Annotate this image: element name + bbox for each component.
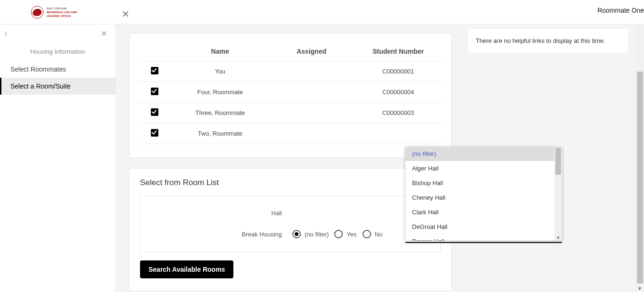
radio-no[interactable] — [363, 230, 371, 238]
row-student-number: C00000001 — [354, 68, 443, 75]
sidebar-item-select-room[interactable]: Select a Room/Suite — [0, 78, 116, 95]
dropdown-option[interactable]: Alger Hall — [405, 161, 562, 176]
sidebar-item-select-roommates[interactable]: Select Roommates — [0, 61, 116, 78]
helpful-links-panel: There are no helpful links to display at… — [468, 28, 629, 53]
col-assigned: Assigned — [269, 48, 354, 55]
radio-no-filter-label: (no filter) — [305, 231, 329, 238]
radio-yes[interactable] — [334, 230, 343, 238]
sidebar-heading: Housing Information — [0, 40, 116, 61]
row-checkbox[interactable] — [151, 129, 158, 137]
dropdown-option[interactable]: Dragon Hall — [405, 234, 562, 241]
scroll-down-icon[interactable]: ▼ — [555, 235, 561, 241]
svg-text:SUNY CORTLAND: SUNY CORTLAND — [47, 7, 67, 10]
svg-text:HOUSING OFFICE: HOUSING OFFICE — [47, 15, 71, 17]
svg-text:RESIDENCE LIFE AND: RESIDENCE LIFE AND — [47, 11, 77, 14]
col-student-number: Student Number — [354, 48, 443, 55]
main: Name Assigned Student Number You C000000… — [116, 24, 636, 292]
roommate-row: Four, Roommate C00000004 — [138, 82, 443, 103]
dropdown-option-no-filter[interactable]: (no filter) — [405, 146, 562, 161]
roommate-row: Three, Roommate C00000003 — [138, 103, 443, 123]
hall-dropdown[interactable]: (no filter) Alger Hall Bishop Hall Chene… — [405, 146, 562, 241]
row-student-number: C00000004 — [354, 89, 443, 96]
sidebar: ‹ ✕ Housing Information Select Roommates… — [0, 24, 116, 292]
break-housing-radio-group: (no filter) Yes No — [292, 230, 387, 238]
hall-select-underline — [405, 242, 562, 243]
radio-no-label: No — [375, 231, 383, 238]
dropdown-option[interactable]: DeGroat Hall — [405, 219, 562, 234]
scroll-thumb[interactable] — [555, 147, 561, 175]
dropdown-option[interactable]: Bishop Hall — [405, 176, 562, 190]
roommate-table-header: Name Assigned Student Number — [138, 42, 443, 61]
username[interactable]: Roommate One — [597, 7, 644, 14]
search-available-rooms-button[interactable]: Search Available Rooms — [140, 260, 233, 278]
logo[interactable]: SUNY CORTLAND RESIDENCE LIFE AND HOUSING… — [0, 4, 116, 21]
roommate-card: Name Assigned Student Number You C000000… — [129, 33, 452, 158]
close-icon[interactable]: ✕ — [122, 8, 130, 20]
break-housing-label: Break Housing — [152, 231, 292, 238]
radio-no-filter[interactable] — [292, 230, 301, 238]
row-name: You — [171, 68, 270, 75]
filter-box: Hall Break Housing (no filter) Yes No — [140, 196, 441, 252]
roommate-row: Two, Roommate — [138, 123, 443, 144]
back-icon[interactable]: ‹ — [5, 27, 7, 39]
col-name: Name — [171, 48, 270, 55]
row-name: Two, Roommate — [171, 130, 270, 137]
hall-label: Hall — [152, 210, 292, 217]
row-name: Three, Roommate — [171, 109, 270, 116]
page-scroll-thumb[interactable] — [637, 72, 643, 284]
row-checkbox[interactable] — [151, 67, 158, 74]
row-name: Four, Roommate — [171, 89, 270, 96]
roommate-row: You C00000001 — [138, 61, 443, 82]
topbar: SUNY CORTLAND RESIDENCE LIFE AND HOUSING… — [0, 0, 644, 24]
sidebar-close-icon[interactable]: ✕ — [101, 29, 107, 38]
roomlist-title: Select from Room List — [130, 178, 451, 196]
dropdown-option[interactable]: Cheney Hall — [405, 190, 562, 205]
scroll-down-icon[interactable]: ▼ — [637, 286, 642, 291]
radio-yes-label: Yes — [347, 231, 356, 238]
row-checkbox[interactable] — [151, 88, 158, 95]
roomlist-card: Select from Room List Hall Break Housing… — [129, 168, 452, 291]
page-scrollbar[interactable]: ▼ — [636, 24, 644, 292]
row-student-number: C00000003 — [354, 109, 443, 116]
dropdown-scrollbar[interactable]: ▲ ▼ — [554, 146, 562, 241]
dropdown-option[interactable]: Clark Hall — [405, 205, 562, 219]
row-checkbox[interactable] — [151, 108, 158, 116]
